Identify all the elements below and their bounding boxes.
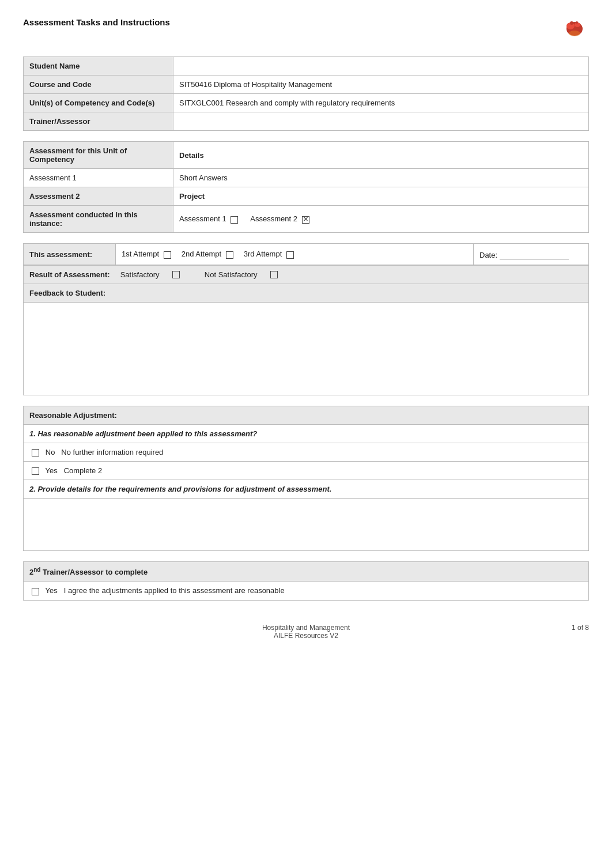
date-label: Date: (479, 251, 497, 259)
second-trainer-header: 2nd Trainer/Assessor to complete (24, 562, 588, 582)
ra-details-body[interactable] (24, 499, 588, 550)
student-info-table: Student Name Course and Code SIT50416 Di… (23, 56, 589, 131)
feedback-label: Feedback to Student: (29, 289, 105, 297)
ra-no-checkbox[interactable] (32, 449, 39, 456)
page-number: 1 of 8 (572, 624, 589, 632)
assessment-unit-table: Assessment for this Unit of Competency D… (23, 141, 589, 233)
second-trainer-agree-row: Yes I agree the adjustments applied to t… (24, 582, 588, 599)
reasonable-adjustment-section: Reasonable Adjustment: 1. Has reasonable… (23, 406, 589, 551)
trainer-label: Trainer/Assessor (24, 112, 173, 131)
unit-value: SITXGLC001 Research and comply with regu… (173, 94, 589, 112)
result-label: Result of Assessment: (29, 270, 110, 279)
unit-label: Unit(s) of Competency and Code(s) (24, 94, 173, 112)
assess-header-details: Details (173, 142, 589, 169)
trainer-row: Trainer/Assessor (24, 112, 589, 131)
student-name-label: Student Name (24, 57, 173, 76)
satisfactory-label: Satisfactory (120, 270, 160, 279)
ra-no-text: No further information required (61, 448, 163, 456)
second-trainer-yes-label: Yes (46, 586, 58, 595)
this-assessment-label: This assessment: (24, 244, 116, 265)
footer-center: Hospitality and ManagementAILFE Resource… (262, 624, 350, 640)
ra-yes-row: Yes Complete 2 (24, 462, 588, 480)
attempt2-checkbox[interactable] (226, 251, 233, 259)
attempt1-label: 1st Attempt (122, 250, 159, 258)
svg-point-5 (569, 31, 580, 36)
ra-no-label: No (46, 448, 55, 456)
attempt-row: This assessment: 1st Attempt 2nd Attempt… (24, 244, 589, 265)
second-trainer-section: 2nd Trainer/Assessor to complete Yes I a… (23, 561, 589, 600)
assess-row2-value: Project (173, 187, 589, 206)
ra-q1: 1. Has reasonable adjustment been applie… (29, 429, 257, 438)
not-satisfactory-label: Not Satisfactory (205, 270, 258, 279)
second-trainer-title: 2nd Trainer/Assessor to complete (29, 568, 148, 576)
ra-q2: 2. Provide details for the requirements … (29, 485, 331, 493)
student-name-row: Student Name (24, 57, 589, 76)
assess-conducted-label: Assessment conducted in this instance: (24, 206, 173, 233)
assess-row2-label: Assessment 2 (24, 187, 173, 206)
course-code-value: SIT50416 Diploma of Hospitality Manageme… (173, 76, 589, 94)
assess-conducted-options: Assessment 1 Assessment 2 (173, 206, 589, 233)
assess-option1-checkbox[interactable] (231, 216, 238, 224)
trainer-value[interactable] (173, 112, 589, 131)
ra-yes-text: Complete 2 (64, 466, 102, 475)
assess-header-row: Assessment for this Unit of Competency D… (24, 142, 589, 169)
assess-row2: Assessment 2 Project (24, 187, 589, 206)
date-cell: Date: (474, 244, 589, 265)
ra-title: Reasonable Adjustment: (29, 411, 117, 420)
not-satisfactory-checkbox[interactable] (270, 271, 278, 278)
course-code-row: Course and Code SIT50416 Diploma of Hosp… (24, 76, 589, 94)
student-name-value[interactable] (173, 57, 589, 76)
page-title: Assessment Tasks and Instructions (23, 17, 170, 27)
svg-point-3 (570, 21, 573, 25)
course-code-label: Course and Code (24, 76, 173, 94)
attempt3-label: 3rd Attempt (244, 250, 282, 258)
assess-option2-checkbox[interactable] (302, 216, 309, 224)
assess-row1-value: Short Answers (173, 169, 589, 187)
assess-row1-label: Assessment 1 (24, 169, 173, 187)
ra-header: Reasonable Adjustment: (24, 406, 588, 425)
assess-conducted-row: Assessment conducted in this instance: A… (24, 206, 589, 233)
page-header: Assessment Tasks and Instructions (23, 17, 589, 46)
assess-row1: Assessment 1 Short Answers (24, 169, 589, 187)
svg-point-4 (576, 21, 578, 24)
date-input[interactable] (500, 249, 569, 259)
satisfactory-checkbox[interactable] (172, 271, 180, 278)
logo-icon (560, 17, 589, 46)
assess-header-label: Assessment for this Unit of Competency (24, 142, 173, 169)
attempt2-label: 2nd Attempt (182, 250, 221, 258)
attempt3-checkbox[interactable] (286, 251, 294, 259)
attempt1-checkbox[interactable] (164, 251, 171, 259)
page-footer: Hospitality and ManagementAILFE Resource… (23, 624, 589, 640)
feedback-body[interactable] (24, 303, 588, 395)
ra-no-row: No No further information required (24, 443, 588, 462)
attempt-table: This assessment: 1st Attempt 2nd Attempt… (23, 243, 589, 265)
ra-yes-label: Yes (46, 466, 58, 475)
result-block: Result of Assessment: Satisfactory Not S… (23, 265, 589, 395)
attempt-options: 1st Attempt 2nd Attempt 3rd Attempt (116, 244, 474, 265)
ra-q1-row: 1. Has reasonable adjustment been applie… (24, 425, 588, 443)
assess-option1-label: Assessment 1 (179, 214, 226, 223)
ra-yes-checkbox[interactable] (32, 467, 39, 475)
result-block-header: Result of Assessment: Satisfactory Not S… (24, 266, 588, 284)
ra-q2-row: 2. Provide details for the requirements … (24, 480, 588, 499)
unit-row: Unit(s) of Competency and Code(s) SITXGL… (24, 94, 589, 112)
second-trainer-agree-text: I agree the adjustments applied to this … (64, 586, 285, 595)
second-trainer-yes-checkbox[interactable] (32, 588, 39, 595)
assess-option2-label: Assessment 2 (250, 214, 297, 223)
